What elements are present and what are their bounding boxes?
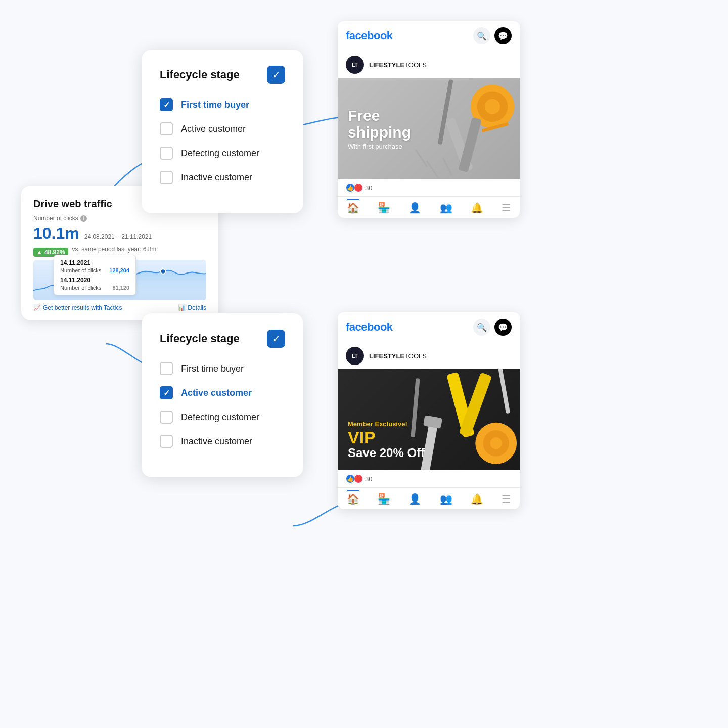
analytics-date: 24.08.2021 – 21.11.2021 [84,233,152,240]
chart-area: 14.11.2021 Number of clicks 128,204 14.1… [33,260,206,300]
lifecycle-card-top: Lifecycle stage ✓ ✓ First time buyer Act… [142,50,303,213]
fb-ad-image-bottom: Member Exclusive! VIP Save 20% Off [338,369,520,470]
fb-reactions-top: 👍 ❤️ 30 [338,179,520,196]
svg-rect-19 [498,369,510,414]
vip-text-overlay: Member Exclusive! VIP Save 20% Off [348,420,425,460]
lifecycle-item-first-time-buyer[interactable]: ✓ First time buyer [160,98,285,111]
svg-line-7 [427,161,438,177]
fb-icons-top: 🔍 💬 [473,27,512,44]
fb-nav-profile-top[interactable]: 👤 [408,202,421,214]
tooltip-date-2: 14.11.2020 [60,277,129,284]
analytics-label: Number of clicks i [33,215,206,222]
lifecycle-b-item-first-time-buyer[interactable]: First time buyer [160,362,285,375]
checkbox-b-active-customer: ✓ [160,386,173,399]
ad-headline-top: Freeshipping [348,107,411,141]
fb-nav-top: 🏠 🏪 👤 👥 🔔 ☰ [338,196,520,218]
fb-logo-bottom: facebook [346,321,393,334]
svg-point-17 [490,437,502,449]
bar-icon: 📊 [178,304,186,311]
svg-point-0 [161,269,166,274]
lifecycle-check-icon-bottom: ✓ [267,330,285,348]
reactions-count-bottom: 30 [365,475,372,483]
lifecycle-item-active-customer[interactable]: Active customer [160,122,285,135]
fb-brand-name-top: LIFESTYLETOOLS [369,61,427,69]
checkbox-b-defecting-customer [160,411,173,424]
lifecycle-card-bottom: Lifecycle stage ✓ First time buyer ✓ Act… [142,313,303,477]
reaction-love-bottom: ❤️ [354,474,363,483]
fb-brand-name-bottom: LIFESTYLETOOLS [369,352,427,360]
tooltip-date-1: 14.11.2021 [60,259,129,266]
fb-nav-menu-bottom[interactable]: ☰ [502,493,511,505]
checkbox-active-customer [160,122,173,135]
fb-messenger-button-bottom[interactable]: 💬 [494,318,512,336]
lifecycle-item-inactive-customer[interactable]: Inactive customer [160,171,285,184]
fb-nav-bell-bottom[interactable]: 🔔 [471,493,483,505]
fb-card-top: facebook 🔍 💬 LT LIFESTYLETOOLS [338,21,520,218]
fb-brand-info-top: LIFESTYLETOOLS [369,61,427,69]
ad-subline-top: With first purchase [348,143,411,150]
fb-brand-info-bottom: LIFESTYLETOOLS [369,352,427,360]
svg-line-8 [443,158,451,174]
fb-nav-menu-top[interactable]: ☰ [502,202,511,214]
fb-brand-logo-top: LT [346,56,364,74]
chart-tooltip: 14.11.2021 Number of clicks 128,204 14.1… [54,255,136,295]
svg-point-3 [485,99,500,114]
lifecycle-item-defecting-customer[interactable]: Defecting customer [160,147,285,160]
details-link[interactable]: 📊 Details [178,304,206,311]
fb-nav-friends-bottom[interactable]: 👥 [440,493,452,505]
fb-messenger-button-top[interactable]: 💬 [494,27,512,44]
lifecycle-b-label-inactive-customer: Inactive customer [181,436,252,447]
analytics-footer: 📈 Get better results with Tactics 📊 Deta… [33,304,206,311]
lifecycle-b-item-inactive-customer[interactable]: Inactive customer [160,435,285,448]
analytics-value: 10.1m [33,224,79,243]
lifecycle-b-label-defecting-customer: Defecting customer [181,412,259,423]
fb-nav-home-bottom[interactable]: 🏠 [347,490,359,505]
svg-line-9 [416,150,427,166]
fb-logo-top: facebook [346,29,393,42]
lifecycle-label-inactive-customer: Inactive customer [181,172,252,183]
lifecycle-check-icon-top: ✓ [267,66,285,84]
lifecycle-b-label-active-customer: Active customer [181,388,252,398]
lifecycle-header-bottom: Lifecycle stage ✓ [160,330,285,348]
checkbox-defecting-customer [160,147,173,160]
reaction-icons-top: 👍 ❤️ [346,183,362,192]
vip-sub2: Save 20% Off [348,446,425,460]
tooltip-row-2: Number of clicks 81,120 [60,285,129,291]
reactions-count-top: 30 [365,184,372,192]
analytics-comparison: vs. same period last year: 6.8m [72,246,157,253]
lifecycle-label-first-time-buyer: First time buyer [181,100,249,110]
checkbox-first-time-buyer: ✓ [160,98,173,111]
lifecycle-b-item-defecting-customer[interactable]: Defecting customer [160,411,285,424]
vip-headline: VIP [348,429,425,446]
fb-nav-friends-top[interactable]: 👥 [440,202,452,214]
fb-search-button-top[interactable]: 🔍 [473,27,490,44]
analytics-value-row: 10.1m 24.08.2021 – 21.11.2021 [33,224,206,243]
fb-search-button-bottom[interactable]: 🔍 [473,318,490,336]
checkbox-b-first-time-buyer [160,362,173,375]
fb-nav-profile-bottom[interactable]: 👤 [408,493,421,505]
fb-ad-image-top: Freeshipping With first purchase [338,78,520,179]
fb-nav-bottom: 🏠 🏪 👤 👥 🔔 ☰ [338,487,520,509]
fb-brand-logo-bottom: LT [346,347,364,365]
reaction-icons-bottom: 👍 ❤️ [346,474,362,483]
lifecycle-label-active-customer: Active customer [181,124,246,134]
lifecycle-b-item-active-customer[interactable]: ✓ Active customer [160,386,285,399]
lifecycle-title-bottom: Lifecycle stage [160,332,240,345]
ad-text-overlay-top: Freeshipping With first purchase [348,107,411,150]
checkbox-inactive-customer [160,171,173,184]
tooltip-row-1: Number of clicks 128,204 [60,267,129,274]
fb-topbar-bottom: facebook 🔍 💬 [338,312,520,342]
reaction-love-top: ❤️ [354,183,363,192]
fb-nav-bell-top[interactable]: 🔔 [471,202,483,214]
fb-topbar-top: facebook 🔍 💬 [338,21,520,51]
tactics-link[interactable]: 📈 Get better results with Tactics [33,304,122,311]
info-icon: i [80,215,87,222]
fb-nav-shop-top[interactable]: 🏪 [378,202,390,214]
fb-brand-row-bottom: LT LIFESTYLETOOLS [338,342,520,369]
lifecycle-label-defecting-customer: Defecting customer [181,148,259,159]
fb-brand-row-top: LT LIFESTYLETOOLS [338,51,520,78]
lifecycle-title-top: Lifecycle stage [160,68,240,81]
vip-sub1: Member Exclusive! [348,420,425,428]
fb-nav-shop-bottom[interactable]: 🏪 [378,493,390,505]
fb-nav-home-top[interactable]: 🏠 [347,199,359,214]
